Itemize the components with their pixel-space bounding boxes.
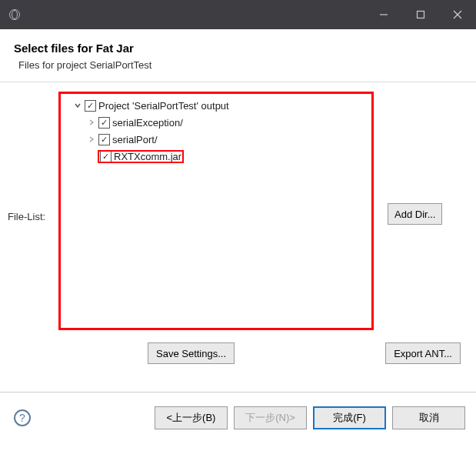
wizard-footer: ? <上一步(B) 下一步(N)> 完成(F) 取消 — [0, 392, 476, 429]
svg-rect-3 — [418, 12, 424, 18]
chevron-right-icon[interactable] — [87, 135, 96, 143]
wizard-subtitle: Files for project SerialPortTest — [18, 59, 462, 71]
tree-item-label: Project 'SerialPortTest' output — [98, 100, 229, 112]
tree-item-label: serialException/ — [112, 117, 183, 129]
close-button[interactable] — [439, 0, 476, 29]
chevron-down-icon[interactable] — [73, 102, 82, 109]
maximize-button[interactable] — [402, 0, 439, 29]
finish-button[interactable]: 完成(F) — [313, 406, 386, 429]
minimize-button[interactable] — [365, 0, 402, 29]
tree-row[interactable]: · ✓ RXTXcomm.jar — [64, 148, 368, 165]
wizard-title: Select files for Fat Jar — [14, 42, 462, 55]
checkbox[interactable]: ✓ — [98, 134, 110, 145]
tree-root-row[interactable]: ✓ Project 'SerialPortTest' output — [64, 97, 368, 114]
cancel-button[interactable]: 取消 — [392, 406, 465, 429]
checkbox[interactable]: ✓ — [98, 117, 110, 129]
tree-row[interactable]: ✓ serialPort/ — [64, 131, 368, 148]
chevron-right-icon[interactable] — [87, 119, 96, 126]
back-button[interactable]: <上一步(B) — [155, 406, 228, 429]
help-icon[interactable]: ? — [14, 409, 31, 426]
tree-item-label: serialPort/ — [112, 134, 158, 145]
svg-point-1 — [12, 11, 18, 19]
checkbox[interactable]: ✓ — [100, 151, 112, 162]
checkbox[interactable]: ✓ — [85, 100, 96, 112]
add-dir-button[interactable]: Add Dir... — [388, 203, 442, 225]
wizard-header: Select files for Fat Jar Files for proje… — [0, 29, 476, 82]
save-settings-button[interactable]: Save Settings... — [148, 342, 235, 364]
next-button: 下一步(N)> — [234, 406, 307, 429]
file-list-label: File-List: — [8, 92, 54, 222]
file-tree[interactable]: ✓ Project 'SerialPortTest' output ✓ seri… — [58, 92, 374, 330]
svg-point-0 — [10, 10, 20, 20]
eclipse-icon — [8, 8, 22, 22]
export-ant-button[interactable]: Export ANT... — [385, 342, 461, 364]
tree-item-label: RXTXcomm.jar — [114, 151, 181, 162]
tree-row[interactable]: ✓ serialException/ — [64, 114, 368, 131]
titlebar — [0, 0, 476, 29]
